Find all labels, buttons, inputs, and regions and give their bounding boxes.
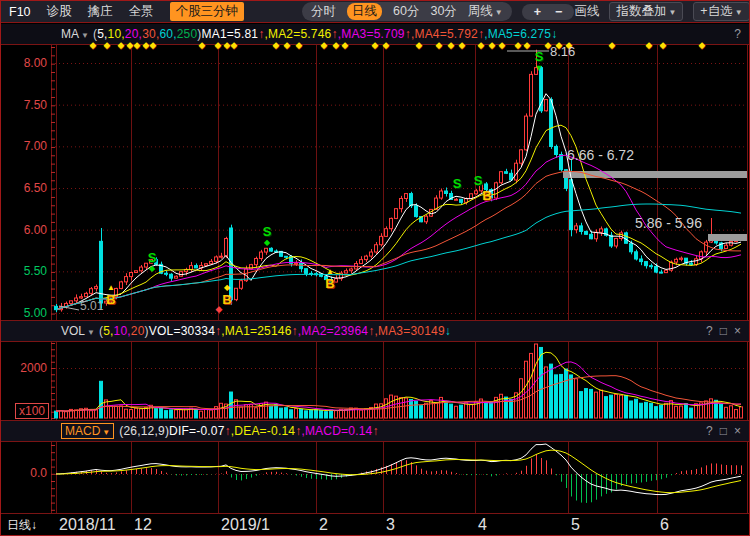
chart-canvas[interactable]	[1, 1, 750, 536]
arrow-down-icon: ↓	[31, 518, 37, 532]
stock-chart-window: F10 诊股 擒庄 全景 个股三分钟 分时 日线 60分 30分 周线▼ + −…	[0, 0, 750, 536]
vol-ma20-line	[56, 376, 741, 411]
maximize-icon[interactable]: □	[720, 324, 727, 338]
macd-pane	[56, 444, 742, 503]
legend-segment: ↓	[445, 324, 451, 338]
help-icon[interactable]: ?	[706, 424, 713, 438]
vol-indicator-selector[interactable]: VOL▼	[61, 324, 95, 338]
ma5-line	[56, 94, 741, 310]
legend-segment: (26,12,9)	[119, 424, 169, 438]
close-icon[interactable]: ×	[734, 424, 741, 438]
legend-segment: ,DEA=-0.14	[231, 424, 295, 438]
legend-segment: ,MA3=30149	[374, 324, 444, 338]
ma10-line	[56, 125, 741, 310]
legend-segment: 20	[131, 324, 145, 338]
legend-segment: 5,	[103, 324, 113, 338]
close-icon[interactable]: ×	[734, 324, 741, 338]
legend-segment: ,MACD=0.14	[301, 424, 372, 438]
time-axis: 日线↓	[1, 513, 749, 536]
vol-params: (5,10,20)	[99, 324, 149, 338]
vol-ma10-line	[56, 362, 741, 411]
vol-legend-row: VOL▼ (5,10,20) VOL=30334↑ ,MA1=25146↑ ,M…	[1, 320, 749, 342]
vol-ma5-line	[56, 352, 741, 411]
dif-line	[56, 444, 741, 495]
dea-line	[56, 450, 741, 493]
macd-indicator-selector[interactable]: MACD▼	[61, 423, 114, 439]
macd-legend-row: MACD▼ (26,12,9) DIF=-0.07↑ ,DEA=-0.14↑ ,…	[1, 420, 749, 442]
legend-segment: VOL=30334	[149, 324, 215, 338]
legend-segment: DIF=-0.07	[169, 424, 225, 438]
price-zone-band	[708, 234, 747, 241]
legend-segment: ,MA1=25146	[221, 324, 291, 338]
macd-values: DIF=-0.07↑ ,DEA=-0.14↑ ,MACD=0.14↑	[169, 424, 379, 438]
legend-segment: ,MA2=23964	[298, 324, 368, 338]
chevron-down-icon: ▼	[102, 428, 110, 437]
legend-segment: 10,	[114, 324, 131, 338]
price-pane	[55, 50, 748, 312]
legend-segment: ↑	[372, 424, 378, 438]
price-zone-band	[563, 171, 747, 178]
maximize-icon[interactable]: □	[720, 424, 727, 438]
chevron-down-icon: ▼	[87, 328, 95, 337]
period-selector[interactable]: 日线↓	[7, 517, 37, 534]
vol-values: VOL=30334↑ ,MA1=25146↑ ,MA2=23964↑ ,MA3=…	[149, 324, 451, 338]
help-icon[interactable]: ?	[706, 324, 713, 338]
macd-params: (26,12,9)	[119, 424, 169, 438]
volume-pane	[55, 344, 743, 418]
